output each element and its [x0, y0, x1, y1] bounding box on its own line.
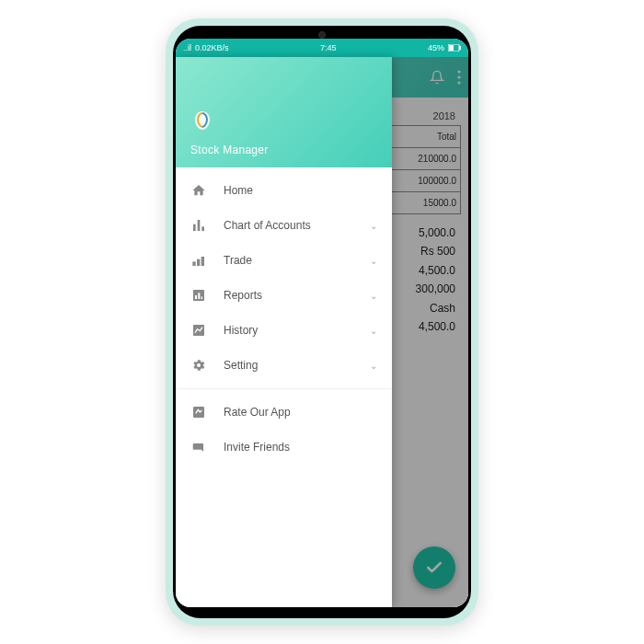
battery-icon — [448, 44, 461, 52]
drawer-item-invite-friends[interactable]: Invite Friends — [176, 430, 392, 465]
svg-rect-15 — [201, 296, 202, 299]
signal-text: ..il — [183, 43, 191, 52]
status-bar: ..il 0.02KB/s 7:45 45% — [176, 39, 468, 57]
drawer-title: Stock Manager — [190, 144, 377, 156]
chevron-down-icon: ⌄ — [370, 326, 377, 336]
drawer-item-label: Chart of Accounts — [224, 219, 353, 232]
home-icon — [190, 182, 207, 199]
svg-rect-11 — [201, 257, 204, 266]
svg-rect-2 — [459, 46, 461, 50]
invite-icon — [190, 439, 207, 455]
drawer-item-rate-app[interactable]: Rate Our App — [176, 395, 392, 430]
svg-rect-10 — [197, 259, 200, 266]
reports-icon — [190, 287, 207, 304]
drawer-item-label: Trade — [224, 254, 353, 267]
drawer-item-setting[interactable]: Setting ⌄ — [176, 348, 392, 383]
status-time: 7:45 — [320, 43, 337, 52]
drawer-item-label: Reports — [224, 289, 353, 302]
svg-rect-14 — [198, 293, 200, 299]
chevron-down-icon: ⌄ — [370, 291, 377, 301]
trade-icon — [190, 252, 207, 269]
camera-dot — [318, 31, 326, 39]
status-right: 45% — [428, 43, 461, 52]
app-logo-icon — [190, 109, 214, 132]
drawer-item-reports[interactable]: Reports ⌄ — [176, 278, 392, 313]
phone-frame: ..il 0.02KB/s 7:45 45% — [166, 18, 478, 626]
phone-bezel: ..il 0.02KB/s 7:45 45% — [173, 26, 471, 618]
svg-rect-1 — [449, 45, 454, 51]
drawer-item-history[interactable]: History ⌄ — [176, 313, 392, 348]
drawer-item-label: Rate Our App — [224, 406, 377, 419]
svg-rect-9 — [192, 261, 195, 266]
drawer-item-chart-of-accounts[interactable]: Chart of Accounts ⌄ — [176, 208, 392, 243]
status-left: ..il 0.02KB/s — [183, 43, 229, 52]
battery-text: 45% — [428, 43, 444, 52]
drawer-item-home[interactable]: Home — [176, 173, 392, 208]
chevron-down-icon: ⌄ — [370, 256, 377, 266]
screen: ..il 0.02KB/s 7:45 45% — [176, 39, 468, 607]
drawer-item-label: Setting — [224, 359, 353, 372]
chevron-down-icon: ⌄ — [370, 221, 377, 231]
history-icon — [190, 322, 207, 339]
svg-rect-7 — [198, 220, 201, 231]
drawer-item-label: History — [224, 324, 353, 337]
svg-rect-6 — [193, 224, 196, 231]
svg-rect-13 — [195, 295, 197, 299]
drawer-item-label: Invite Friends — [224, 441, 377, 454]
drawer-header: Stock Manager — [176, 57, 392, 167]
svg-rect-17 — [193, 407, 204, 418]
chevron-down-icon: ⌄ — [370, 361, 377, 371]
net-speed: 0.02KB/s — [195, 43, 229, 52]
drawer-list: Home Chart of Accounts ⌄ Trade — [176, 167, 392, 607]
rate-icon — [190, 404, 207, 420]
chart-icon — [190, 217, 207, 234]
drawer-divider — [176, 388, 392, 389]
drawer-item-trade[interactable]: Trade ⌄ — [176, 243, 392, 278]
navigation-drawer: Stock Manager Home Chart of Accounts — [176, 57, 392, 607]
gear-icon — [190, 357, 207, 374]
svg-rect-8 — [201, 226, 204, 231]
drawer-item-label: Home — [224, 184, 377, 197]
